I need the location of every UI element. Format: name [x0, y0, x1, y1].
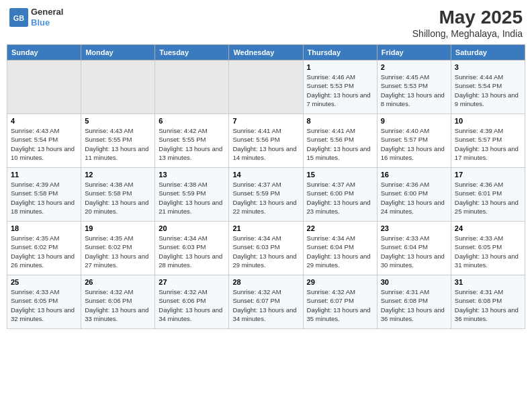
day-number: 14	[232, 171, 299, 179]
page-header: GB General Blue May 2025 Shillong, Megha…	[7, 7, 525, 39]
week-row-5: 25Sunrise: 4:33 AMSunset: 6:05 PMDayligh…	[7, 275, 525, 329]
day-number: 12	[85, 171, 151, 179]
day-number: 28	[232, 278, 299, 286]
day-number: 27	[159, 278, 225, 286]
column-header-friday: Friday	[377, 45, 451, 60]
header-row: SundayMondayTuesdayWednesdayThursdayFrid…	[7, 45, 525, 60]
day-number: 15	[307, 171, 373, 179]
calendar-cell: 1Sunrise: 4:46 AMSunset: 5:53 PMDaylight…	[303, 60, 377, 114]
day-detail: Sunrise: 4:42 AMSunset: 5:55 PMDaylight:…	[159, 126, 225, 162]
calendar-cell: 25Sunrise: 4:33 AMSunset: 6:05 PMDayligh…	[7, 275, 81, 329]
calendar-cell: 19Sunrise: 4:35 AMSunset: 6:02 PMDayligh…	[81, 222, 155, 275]
day-detail: Sunrise: 4:43 AMSunset: 5:55 PMDaylight:…	[85, 126, 151, 162]
day-detail: Sunrise: 4:44 AMSunset: 5:54 PMDaylight:…	[455, 73, 521, 108]
calendar-cell: 28Sunrise: 4:32 AMSunset: 6:07 PMDayligh…	[229, 275, 303, 329]
day-detail: Sunrise: 4:32 AMSunset: 6:06 PMDaylight:…	[159, 287, 225, 323]
day-number: 2	[381, 63, 447, 71]
day-detail: Sunrise: 4:46 AMSunset: 5:53 PMDaylight:…	[307, 73, 373, 108]
calendar-cell: 21Sunrise: 4:34 AMSunset: 6:03 PMDayligh…	[229, 222, 303, 275]
week-row-3: 11Sunrise: 4:39 AMSunset: 5:58 PMDayligh…	[7, 168, 525, 222]
day-detail: Sunrise: 4:36 AMSunset: 6:00 PMDaylight:…	[381, 180, 447, 216]
calendar-cell: 14Sunrise: 4:37 AMSunset: 5:59 PMDayligh…	[229, 168, 303, 222]
calendar-cell: 4Sunrise: 4:43 AMSunset: 5:54 PMDaylight…	[7, 114, 81, 168]
calendar-cell: 6Sunrise: 4:42 AMSunset: 5:55 PMDaylight…	[155, 114, 229, 168]
calendar-cell: 5Sunrise: 4:43 AMSunset: 5:55 PMDaylight…	[81, 114, 155, 168]
calendar-cell: 27Sunrise: 4:32 AMSunset: 6:06 PMDayligh…	[155, 275, 229, 329]
calendar-cell: 22Sunrise: 4:34 AMSunset: 6:04 PMDayligh…	[303, 222, 377, 275]
day-detail: Sunrise: 4:37 AMSunset: 6:00 PMDaylight:…	[307, 180, 373, 216]
day-number: 18	[11, 224, 77, 232]
calendar-cell: 2Sunrise: 4:45 AMSunset: 5:53 PMDaylight…	[377, 60, 451, 114]
logo-text: General Blue	[31, 7, 63, 28]
day-number: 5	[85, 117, 151, 125]
logo-icon: GB	[9, 8, 28, 27]
logo: GB General Blue	[9, 7, 63, 28]
day-detail: Sunrise: 4:41 AMSunset: 5:56 PMDaylight:…	[232, 126, 299, 162]
day-detail: Sunrise: 4:32 AMSunset: 6:06 PMDaylight:…	[85, 287, 151, 323]
calendar-cell	[229, 60, 303, 114]
day-number: 11	[11, 171, 77, 179]
week-row-1: 1Sunrise: 4:46 AMSunset: 5:53 PMDaylight…	[7, 60, 525, 114]
day-detail: Sunrise: 4:32 AMSunset: 6:07 PMDaylight:…	[307, 287, 373, 323]
calendar-cell: 9Sunrise: 4:40 AMSunset: 5:57 PMDaylight…	[377, 114, 451, 168]
day-number: 21	[232, 224, 299, 232]
day-number: 26	[85, 278, 151, 286]
svg-text:GB: GB	[13, 13, 24, 21]
day-number: 30	[381, 278, 447, 286]
day-number: 4	[11, 117, 77, 125]
page-subtitle: Shillong, Meghalaya, India	[412, 28, 523, 39]
day-number: 9	[381, 117, 447, 125]
day-detail: Sunrise: 4:43 AMSunset: 5:54 PMDaylight:…	[11, 126, 77, 162]
calendar-cell: 29Sunrise: 4:32 AMSunset: 6:07 PMDayligh…	[303, 275, 377, 329]
day-detail: Sunrise: 4:34 AMSunset: 6:04 PMDaylight:…	[307, 234, 373, 269]
day-detail: Sunrise: 4:33 AMSunset: 6:04 PMDaylight:…	[381, 234, 447, 269]
calendar-cell: 18Sunrise: 4:35 AMSunset: 6:02 PMDayligh…	[7, 222, 81, 275]
day-detail: Sunrise: 4:31 AMSunset: 6:08 PMDaylight:…	[381, 287, 447, 323]
column-header-sunday: Sunday	[7, 45, 81, 60]
column-header-monday: Monday	[81, 45, 155, 60]
day-number: 22	[307, 224, 373, 232]
calendar-cell	[155, 60, 229, 114]
day-number: 6	[159, 117, 225, 125]
day-number: 31	[455, 278, 521, 286]
calendar-cell: 31Sunrise: 4:31 AMSunset: 6:08 PMDayligh…	[451, 275, 525, 329]
calendar-cell: 3Sunrise: 4:44 AMSunset: 5:54 PMDaylight…	[451, 60, 525, 114]
column-header-tuesday: Tuesday	[155, 45, 229, 60]
day-number: 24	[455, 224, 521, 232]
day-detail: Sunrise: 4:38 AMSunset: 5:58 PMDaylight:…	[85, 180, 151, 216]
day-detail: Sunrise: 4:32 AMSunset: 6:07 PMDaylight:…	[232, 287, 299, 323]
day-number: 10	[455, 117, 521, 125]
day-detail: Sunrise: 4:40 AMSunset: 5:57 PMDaylight:…	[381, 126, 447, 162]
day-detail: Sunrise: 4:45 AMSunset: 5:53 PMDaylight:…	[381, 73, 447, 108]
day-detail: Sunrise: 4:35 AMSunset: 6:02 PMDaylight:…	[11, 234, 77, 269]
day-number: 29	[307, 278, 373, 286]
column-header-wednesday: Wednesday	[229, 45, 303, 60]
calendar-cell: 12Sunrise: 4:38 AMSunset: 5:58 PMDayligh…	[81, 168, 155, 222]
day-number: 25	[11, 278, 77, 286]
calendar-cell: 15Sunrise: 4:37 AMSunset: 6:00 PMDayligh…	[303, 168, 377, 222]
calendar-cell	[81, 60, 155, 114]
calendar-cell: 11Sunrise: 4:39 AMSunset: 5:58 PMDayligh…	[7, 168, 81, 222]
calendar-cell: 10Sunrise: 4:39 AMSunset: 5:57 PMDayligh…	[451, 114, 525, 168]
calendar-cell: 30Sunrise: 4:31 AMSunset: 6:08 PMDayligh…	[377, 275, 451, 329]
day-detail: Sunrise: 4:34 AMSunset: 6:03 PMDaylight:…	[232, 234, 299, 269]
week-row-2: 4Sunrise: 4:43 AMSunset: 5:54 PMDaylight…	[7, 114, 525, 168]
day-number: 16	[381, 171, 447, 179]
day-number: 20	[159, 224, 225, 232]
calendar-cell: 26Sunrise: 4:32 AMSunset: 6:06 PMDayligh…	[81, 275, 155, 329]
day-detail: Sunrise: 4:37 AMSunset: 5:59 PMDaylight:…	[232, 180, 299, 216]
calendar-cell: 7Sunrise: 4:41 AMSunset: 5:56 PMDaylight…	[229, 114, 303, 168]
day-detail: Sunrise: 4:31 AMSunset: 6:08 PMDaylight:…	[455, 287, 521, 323]
column-header-thursday: Thursday	[303, 45, 377, 60]
calendar-cell: 24Sunrise: 4:33 AMSunset: 6:05 PMDayligh…	[451, 222, 525, 275]
day-number: 3	[455, 63, 521, 71]
column-header-saturday: Saturday	[451, 45, 525, 60]
day-detail: Sunrise: 4:34 AMSunset: 6:03 PMDaylight:…	[159, 234, 225, 269]
day-detail: Sunrise: 4:39 AMSunset: 5:58 PMDaylight:…	[11, 180, 77, 216]
day-number: 19	[85, 224, 151, 232]
calendar-cell: 16Sunrise: 4:36 AMSunset: 6:00 PMDayligh…	[377, 168, 451, 222]
page-title: May 2025	[412, 7, 523, 28]
day-detail: Sunrise: 4:35 AMSunset: 6:02 PMDaylight:…	[85, 234, 151, 269]
day-detail: Sunrise: 4:33 AMSunset: 6:05 PMDaylight:…	[11, 287, 77, 323]
day-detail: Sunrise: 4:38 AMSunset: 5:59 PMDaylight:…	[159, 180, 225, 216]
